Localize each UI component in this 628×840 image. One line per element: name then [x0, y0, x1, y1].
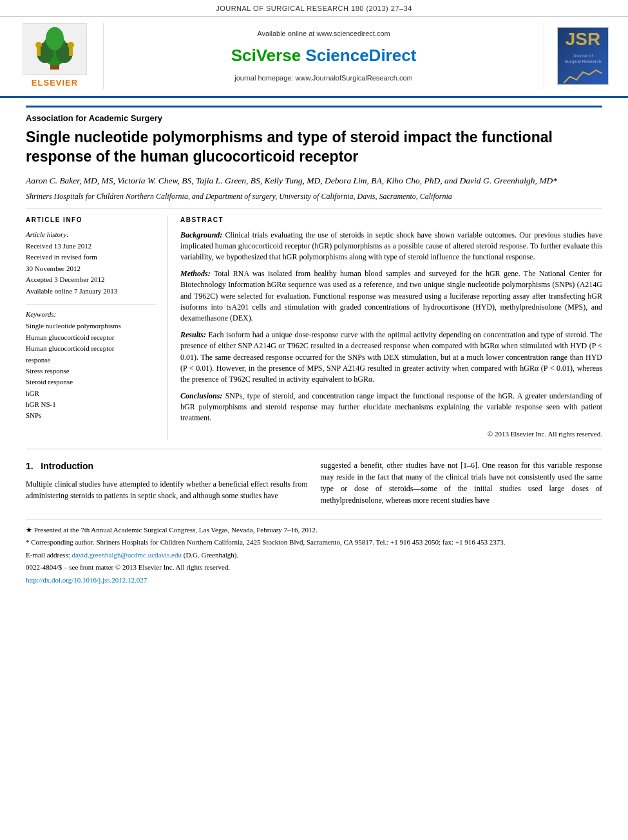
- introduction-section: 1. Introduction Multiple clinical studie…: [26, 460, 602, 506]
- keywords-label: Keywords:: [26, 310, 157, 319]
- available-online-text: Available online at www.sciencedirect.co…: [257, 29, 390, 39]
- footnote-email-suffix: (D.G. Greenhalgh).: [184, 551, 239, 559]
- affiliation: Shriners Hospitals for Children Northern…: [26, 191, 602, 202]
- article-info-title: ARTICLE INFO: [26, 216, 157, 225]
- footnote-presented-text: ★ Presented at the 7th Annual Academic S…: [26, 526, 318, 534]
- abstract-conclusions: Conclusions: SNPs, type of steroid, and …: [180, 391, 602, 424]
- svg-rect-6: [37, 48, 41, 56]
- history-revised-date: 30 November 2012: [26, 264, 157, 274]
- thick-divider: [26, 106, 602, 107]
- footnote-email-link[interactable]: david.greenhalgh@ucdmc.ucdavis.edu: [71, 551, 182, 559]
- history-revised-label: Received in revised form: [26, 252, 157, 262]
- history-label: Article history:: [26, 230, 157, 239]
- divider-after-affiliation: [26, 209, 602, 209]
- divider-abstract-body: [26, 449, 602, 449]
- jsr-logo-box: JSR Journal ofSurgical Research: [557, 27, 609, 85]
- footnote-email: E-mail address: david.greenhalgh@ucdmc.u…: [26, 550, 602, 561]
- abstract-col: ABSTRACT Background: Clinical trials eva…: [180, 216, 602, 440]
- svg-point-5: [35, 42, 42, 48]
- divider-history-keywords: [26, 304, 157, 304]
- abstract-results-text: Each isoform had a unique dose-response …: [180, 330, 602, 384]
- history-accepted: Accepted 3 December 2012: [26, 275, 157, 285]
- footnote-license: 0022-4804/$ – see front matter © 2013 El…: [26, 562, 602, 573]
- abstract-conclusions-label: Conclusions:: [180, 391, 222, 400]
- abstract-methods: Methods: Total RNA was isolated from hea…: [180, 268, 602, 324]
- intro-right-col: suggested a benefit, other studies have …: [321, 460, 603, 506]
- sciverse-brand: SciVerse ScienceDirect: [231, 44, 417, 67]
- journal-homepage-text: journal homepage: www.JournalofSurgicalR…: [234, 73, 412, 83]
- jsr-logo-area: JSR Journal ofSurgical Research: [551, 23, 615, 89]
- elsevier-logo-area: ELSEVIER: [13, 23, 97, 89]
- keyword-8: SNPs: [26, 411, 157, 420]
- intro-left-text: Multiple clinical studies have attempted…: [26, 478, 308, 501]
- article-history: Article history: Received 13 June 2012 R…: [26, 230, 157, 296]
- svg-point-7: [68, 42, 74, 48]
- keyword-7: hGR NS-1: [26, 400, 157, 409]
- journal-header-bar: JOURNAL OF SURGICAL RESEARCH 180 (2013) …: [0, 0, 628, 17]
- intro-left-col: 1. Introduction Multiple clinical studie…: [26, 460, 308, 506]
- svg-point-4: [46, 27, 64, 50]
- footnotes: ★ Presented at the 7th Annual Academic S…: [26, 519, 602, 586]
- intro-right-text: suggested a benefit, other studies have …: [321, 460, 603, 506]
- keyword-1: Single nucleotide polymorphisms: [26, 321, 157, 331]
- intro-title: Introduction: [41, 461, 93, 471]
- sciverse-sci: SciVerse: [231, 46, 301, 65]
- section-label: Association for Academic Surgery: [26, 113, 602, 124]
- authors: Aaron C. Baker, MD, MS, Victoria W. Chew…: [26, 174, 602, 187]
- top-banner: ELSEVIER Available online at www.science…: [0, 17, 628, 97]
- intro-number: 1.: [26, 461, 33, 471]
- keyword-5: Steroid response: [26, 377, 157, 387]
- article-info-abstract-cols: ARTICLE INFO Article history: Received 1…: [26, 216, 602, 440]
- abstract-section: Background: Clinical trials evaluating t…: [180, 230, 602, 440]
- introduction-cols: 1. Introduction Multiple clinical studie…: [26, 460, 602, 506]
- history-available: Available online 7 January 2013: [26, 286, 157, 296]
- abstract-background-text: Clinical trials evaluating the use of st…: [180, 230, 602, 262]
- history-received: Received 13 June 2012: [26, 241, 157, 251]
- abstract-results-label: Results:: [180, 330, 206, 339]
- abstract-title: ABSTRACT: [180, 216, 602, 225]
- abstract-conclusions-text: SNPs, type of steroid, and concentration…: [180, 391, 602, 423]
- jsr-subtitle: Journal ofSurgical Research: [564, 53, 601, 64]
- keyword-4: Stress response: [26, 366, 157, 376]
- keyword-3b: response: [26, 355, 157, 365]
- sciverse-area: Available online at www.sciencedirect.co…: [103, 23, 544, 89]
- keyword-3: Human glucocorticoid receptor: [26, 344, 157, 353]
- article-info-col: ARTICLE INFO Article history: Received 1…: [26, 216, 167, 440]
- footnote-corresponding: * Corresponding author. Shriners Hospita…: [26, 537, 602, 548]
- doi-link[interactable]: http://dx.doi.org/10.1016/j.jss.2012.12.…: [26, 576, 147, 584]
- elsevier-tree-image: [23, 23, 87, 75]
- footnote-corresponding-text: * Corresponding author. Shriners Hospita…: [26, 538, 505, 546]
- abstract-background: Background: Clinical trials evaluating t…: [180, 230, 602, 263]
- copyright-line: © 2013 Elsevier Inc. All rights reserved…: [180, 429, 602, 440]
- abstract-background-label: Background:: [180, 230, 222, 239]
- svg-rect-8: [69, 48, 73, 56]
- main-content: Association for Academic Surgery Single …: [0, 98, 628, 601]
- footnote-doi: http://dx.doi.org/10.1016/j.jss.2012.12.…: [26, 575, 602, 586]
- keywords-section: Keywords: Single nucleotide polymorphism…: [26, 310, 157, 421]
- sciverse-verse: ScienceDirect: [301, 46, 416, 65]
- jsr-letters: JSR: [566, 26, 600, 51]
- footnote-email-label: E-mail address:: [26, 551, 70, 559]
- keyword-6: hGR: [26, 389, 157, 398]
- footnote-presented: ★ Presented at the 7th Annual Academic S…: [26, 525, 602, 536]
- article-title: Single nucleotide polymorphisms and type…: [26, 128, 602, 167]
- intro-heading: 1. Introduction: [26, 460, 308, 473]
- abstract-results: Results: Each isoform had a unique dose-…: [180, 330, 602, 386]
- abstract-methods-label: Methods:: [180, 269, 211, 278]
- keyword-2: Human glucocorticoid receptor: [26, 333, 157, 342]
- elsevier-brand-name: ELSEVIER: [32, 77, 78, 89]
- abstract-methods-text: Total RNA was isolated from healthy huma…: [180, 269, 602, 323]
